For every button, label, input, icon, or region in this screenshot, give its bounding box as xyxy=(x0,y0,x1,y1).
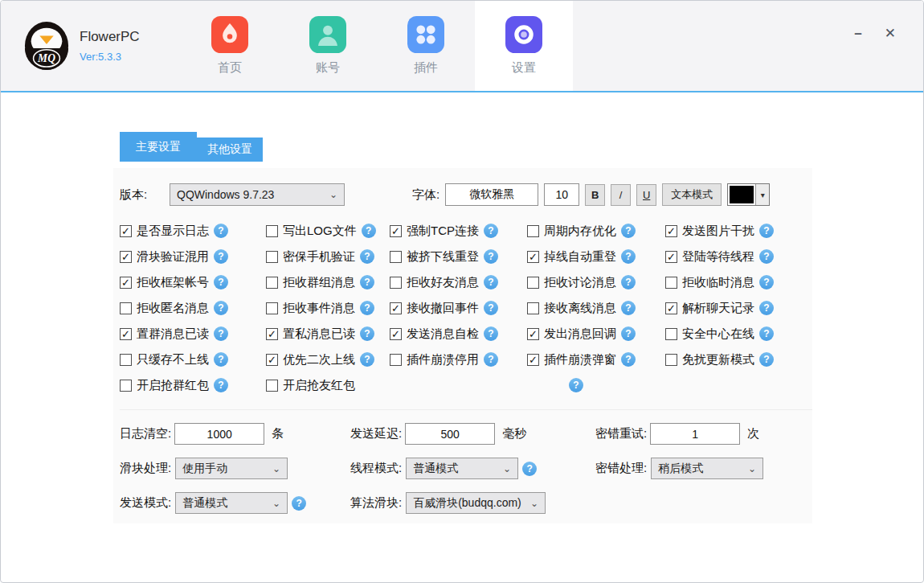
dropdown[interactable]: 使用手动 ⌄ xyxy=(175,458,288,479)
checkbox-option[interactable]: ✓ 置群消息已读 ? xyxy=(120,321,266,347)
help-icon[interactable]: ? xyxy=(484,301,498,315)
checkbox-option[interactable]: 拒收事件消息 ? xyxy=(266,295,390,321)
checkbox[interactable] xyxy=(665,277,677,289)
help-icon[interactable]: ? xyxy=(214,378,228,392)
help-icon[interactable]: ? xyxy=(360,249,374,264)
checkbox-option[interactable]: 开启抢群红包 ? xyxy=(120,372,266,398)
checkbox[interactable]: ✓ xyxy=(665,251,677,263)
checkbox-option[interactable]: 写出LOG文件 ? xyxy=(266,218,390,244)
checkbox[interactable] xyxy=(120,380,132,392)
help-icon[interactable]: ? xyxy=(360,352,374,367)
checkbox[interactable] xyxy=(527,225,539,237)
checkbox-option[interactable]: 只缓存不上线 ? xyxy=(120,347,266,372)
checkbox-option[interactable]: 拒收匿名消息 ? xyxy=(120,295,266,321)
help-icon[interactable]: ? xyxy=(360,301,374,315)
checkbox[interactable]: ✓ xyxy=(527,354,539,366)
help-icon[interactable]: ? xyxy=(214,249,228,264)
dropdown[interactable]: 百威滑块(budqq.com) ⌄ xyxy=(406,492,546,514)
checkbox[interactable] xyxy=(120,302,132,314)
checkbox[interactable]: ✓ xyxy=(390,328,402,340)
checkbox-option[interactable]: 安全中心在线 ? xyxy=(665,321,812,347)
help-icon[interactable]: ? xyxy=(759,352,774,367)
checkbox-option[interactable]: 免扰更新模式 ? xyxy=(665,347,812,372)
checkbox[interactable]: ✓ xyxy=(120,328,132,340)
checkbox[interactable]: ✓ xyxy=(120,251,132,263)
help-icon[interactable]: ? xyxy=(484,326,498,341)
checkbox-option[interactable]: 拒收好友消息 ? xyxy=(390,269,527,295)
bold-button[interactable]: B xyxy=(585,184,605,206)
checkbox-option[interactable]: ✓ 接收撤回事件 ? xyxy=(390,295,527,321)
checkbox-option[interactable]: 插件崩溃停用 ? xyxy=(390,347,527,372)
help-icon[interactable]: ? xyxy=(759,301,774,315)
help-icon[interactable]: ? xyxy=(214,326,228,341)
checkbox-option[interactable]: ✓ 插件崩溃弹窗 ? xyxy=(527,347,665,372)
version-select[interactable]: QQWindows 9.7.23 ⌄ xyxy=(170,183,345,206)
help-icon[interactable]: ? xyxy=(214,352,228,367)
help-icon[interactable]: ? xyxy=(360,326,374,341)
nav-tab-account[interactable]: 账号 xyxy=(279,1,377,91)
help-icon[interactable]: ? xyxy=(360,275,374,289)
help-icon[interactable]: ? xyxy=(621,275,636,289)
checkbox[interactable] xyxy=(665,354,677,366)
help-icon[interactable]: ? xyxy=(621,352,636,367)
dropdown[interactable]: 稍后模式 ⌄ xyxy=(651,458,763,479)
help-icon[interactable]: ? xyxy=(759,326,774,341)
checkbox[interactable] xyxy=(527,277,539,289)
checkbox[interactable]: ✓ xyxy=(390,302,402,314)
dropdown[interactable]: 普通模式 ⌄ xyxy=(175,492,288,514)
minimize-button[interactable]: – xyxy=(854,27,861,40)
checkbox-option[interactable]: ✓ 发送消息自检 ? xyxy=(390,321,527,347)
help-icon[interactable]: ? xyxy=(484,224,498,238)
checkbox[interactable] xyxy=(390,251,402,263)
checkbox[interactable] xyxy=(527,302,539,314)
checkbox[interactable]: ✓ xyxy=(120,277,132,289)
checkbox-option[interactable]: 密保手机验证 ? xyxy=(266,244,390,269)
help-icon[interactable]: ? xyxy=(759,224,774,238)
italic-button[interactable]: / xyxy=(611,184,631,206)
checkbox-option[interactable]: ✓ 拒收框架帐号 ? xyxy=(120,269,266,295)
text-mode-button[interactable]: 文本模式 xyxy=(662,183,722,206)
checkbox[interactable]: ✓ xyxy=(527,251,539,263)
checkbox[interactable] xyxy=(266,277,278,289)
checkbox[interactable] xyxy=(390,277,402,289)
checkbox-option[interactable]: 开启抢友红包 xyxy=(266,372,390,398)
checkbox-option[interactable]: ✓ 登陆等待线程 ? xyxy=(665,244,812,269)
help-icon[interactable]: ? xyxy=(621,249,636,264)
number-input[interactable]: 500 xyxy=(405,423,495,445)
nav-tab-home[interactable]: 首页 xyxy=(181,1,279,91)
underline-button[interactable]: U xyxy=(636,184,656,206)
font-color-picker[interactable]: ▾ xyxy=(727,183,770,206)
checkbox[interactable] xyxy=(120,354,132,366)
nav-tab-plugins[interactable]: 插件 xyxy=(377,1,475,91)
font-size-input[interactable]: 10 xyxy=(544,183,579,206)
checkbox-option[interactable]: 拒收群组消息 ? xyxy=(266,269,390,295)
help-icon[interactable]: ? xyxy=(759,275,774,289)
checkbox-option[interactable]: ✓ 强制TCP连接 ? xyxy=(390,218,527,244)
checkbox[interactable] xyxy=(390,354,402,366)
help-icon[interactable]: ? xyxy=(484,249,498,264)
help-icon[interactable]: ? xyxy=(569,378,583,392)
checkbox-option[interactable]: 被挤下线重登 ? xyxy=(390,244,527,269)
close-button[interactable]: ✕ xyxy=(885,27,896,40)
checkbox[interactable] xyxy=(266,251,278,263)
checkbox[interactable]: ✓ xyxy=(266,354,278,366)
number-input[interactable]: 1000 xyxy=(174,423,264,445)
checkbox-option[interactable]: ✓ 滑块验证混用 ? xyxy=(120,244,266,269)
help-icon[interactable]: ? xyxy=(292,496,306,511)
checkbox-option[interactable]: 拒收讨论消息 ? xyxy=(527,269,665,295)
checkbox[interactable]: ✓ xyxy=(390,225,402,237)
checkbox-option[interactable]: ✓ 掉线自动重登 ? xyxy=(527,244,665,269)
checkbox-option[interactable]: 周期内存优化 ? xyxy=(527,218,665,244)
help-icon[interactable]: ? xyxy=(621,326,636,341)
help-icon[interactable]: ? xyxy=(522,462,537,476)
tab-other-settings[interactable]: 其他设置 xyxy=(197,138,263,162)
number-input[interactable]: 1 xyxy=(650,423,740,445)
checkbox[interactable]: ✓ xyxy=(665,225,677,237)
checkbox[interactable] xyxy=(266,380,278,392)
checkbox[interactable]: ✓ xyxy=(527,328,539,340)
help-icon[interactable]: ? xyxy=(484,352,498,367)
help-icon[interactable]: ? xyxy=(214,224,228,238)
checkbox-option[interactable]: 拒收临时消息 ? xyxy=(665,269,812,295)
checkbox-option[interactable]: ✓ 是否显示日志 ? xyxy=(120,218,266,244)
checkbox-option[interactable]: ✓ 发送图片干扰 ? xyxy=(665,218,812,244)
